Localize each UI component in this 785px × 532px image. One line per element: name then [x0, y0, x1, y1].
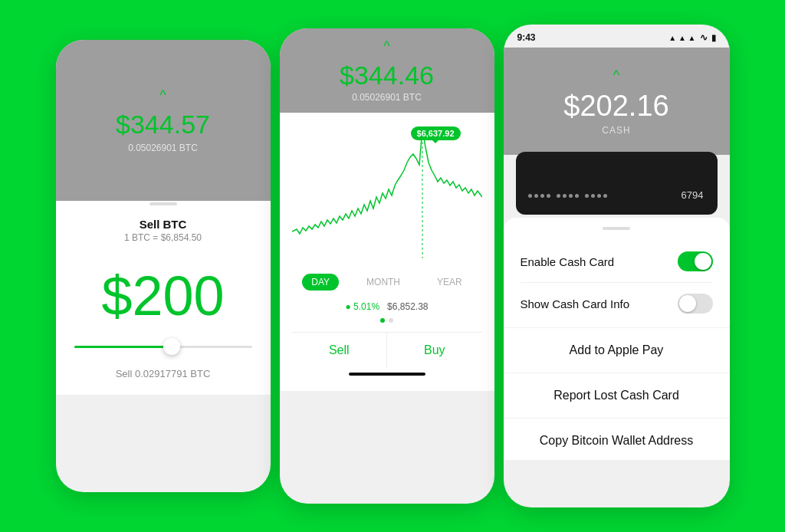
- show-cash-card-toggle[interactable]: [678, 294, 713, 314]
- screen2-phone: ^ $344.46 0.05026901 BTC $6,637.92: [280, 28, 494, 504]
- home-indicator-s2: [349, 373, 425, 376]
- apple-pay-row[interactable]: Add to Apple Pay: [504, 331, 730, 369]
- screen3-header: ^ $202.16 CASH: [504, 48, 730, 155]
- btc-sub-s2: 0.05026901 BTC: [352, 92, 422, 103]
- dollar-amount-s1: $200: [101, 264, 224, 327]
- sheet-drag-handle[interactable]: [603, 227, 630, 230]
- stat-percentage: ● 5.01%: [346, 301, 380, 312]
- screen2-header: ^ $344.46 0.05026901 BTC: [280, 28, 494, 113]
- card-dot: [547, 194, 550, 198]
- tab-month[interactable]: MONTH: [357, 274, 409, 291]
- enable-cash-card-toggle[interactable]: [678, 251, 713, 271]
- dot-1: [380, 318, 385, 323]
- slider-thumb[interactable]: [163, 338, 180, 355]
- copy-bitcoin-row[interactable]: Copy Bitcoin Wallet Address: [504, 422, 730, 460]
- report-lost-row[interactable]: Report Lost Cash Card: [504, 376, 730, 415]
- divider-2: [504, 327, 730, 328]
- card-dot: [534, 194, 538, 198]
- chevron-up-icon-s2: ^: [383, 38, 389, 54]
- action-buttons: Sell Buy: [292, 332, 482, 368]
- card-dot: [557, 194, 560, 198]
- amount-slider[interactable]: [74, 346, 252, 348]
- btc-amount-s1: $344.57: [116, 110, 210, 140]
- battery-icon: ▮: [711, 33, 716, 43]
- wifi-icon: ∿: [700, 32, 708, 43]
- card-dot: [569, 194, 573, 198]
- btc-amount-s2: $344.46: [340, 61, 434, 90]
- card-dot: [597, 194, 601, 198]
- toggle-knob-off: [679, 295, 696, 312]
- sell-btc-title: Sell BTC: [140, 218, 187, 231]
- buy-button[interactable]: Buy: [387, 333, 482, 368]
- page-dots: [292, 318, 482, 323]
- card-dot: [540, 194, 544, 198]
- card-dot: [585, 194, 589, 198]
- divider-3: [504, 373, 730, 373]
- card-dots: [528, 194, 607, 198]
- card-dot: [603, 194, 607, 198]
- btc-sub-s1: 0.05026901 BTC: [128, 143, 198, 153]
- drag-handle-s1[interactable]: [149, 202, 177, 205]
- dot-2: [389, 318, 393, 323]
- cash-sub: CASH: [602, 125, 630, 136]
- card-dot: [575, 194, 579, 198]
- slider-track: [74, 346, 252, 348]
- sell-button[interactable]: Sell: [292, 333, 388, 368]
- chevron-up-icon-s3: ^: [613, 67, 619, 84]
- status-icons: ▲ ▲ ▲ ∿ ▮: [668, 32, 715, 43]
- sell-btc-rate: 1 BTC = $6,854.50: [124, 232, 202, 243]
- btc-chart: $6,637.92: [292, 120, 482, 261]
- divider-4: [504, 418, 730, 419]
- signal-icon: ▲ ▲ ▲: [668, 34, 695, 42]
- chart-stats: ● 5.01% $6,852.38: [292, 301, 482, 312]
- chart-tooltip: $6,637.92: [411, 126, 461, 140]
- bottom-sheet: Enable Cash Card Show Cash Card Info Add…: [504, 218, 730, 460]
- cash-amount: $202.16: [563, 90, 668, 123]
- card-dot: [563, 194, 567, 198]
- stat-value: $6,852.38: [387, 301, 428, 312]
- card-dot-group-3: [585, 194, 607, 198]
- card-dot: [528, 194, 532, 198]
- sell-btc-sub: Sell 0.02917791 BTC: [116, 368, 211, 379]
- toggle-knob: [695, 253, 711, 270]
- card-dot-group-2: [557, 194, 579, 198]
- show-cash-card-row[interactable]: Show Cash Card Info: [504, 283, 730, 324]
- screen3-phone: 9:43 ▲ ▲ ▲ ∿ ▮ ^ $202.16 CASH: [504, 25, 730, 507]
- cash-card: 6794: [516, 152, 718, 215]
- card-dot: [591, 194, 595, 198]
- screen1-phone: ^ $344.57 0.05026901 BTC Sell BTC 1 BTC …: [56, 40, 271, 492]
- copy-bitcoin-label: Copy Bitcoin Wallet Address: [540, 434, 693, 447]
- screen1-header: ^ $344.57 0.05026901 BTC: [56, 40, 271, 201]
- report-lost-label: Report Lost Cash Card: [553, 389, 679, 402]
- screen2-body: $6,637.92 DAY MONTH YE: [280, 113, 494, 391]
- show-cash-card-label: Show Cash Card Info: [521, 297, 630, 310]
- slider-fill: [74, 346, 172, 348]
- card-last4: 6794: [682, 189, 704, 201]
- status-time: 9:43: [517, 32, 536, 43]
- tab-day[interactable]: DAY: [302, 274, 339, 291]
- enable-cash-card-label: Enable Cash Card: [521, 255, 615, 268]
- enable-cash-card-row[interactable]: Enable Cash Card: [504, 241, 730, 282]
- chevron-up-icon-s1: ^: [159, 87, 166, 103]
- time-tabs: DAY MONTH YEAR: [292, 274, 482, 291]
- apple-pay-label: Add to Apple Pay: [570, 343, 664, 356]
- screen1-body: Sell BTC 1 BTC = $6,854.50 $200 Sell 0.0…: [56, 190, 271, 395]
- status-bar: 9:43 ▲ ▲ ▲ ∿ ▮: [504, 25, 730, 48]
- card-dot-group-1: [528, 194, 550, 198]
- chart-svg: [292, 120, 482, 258]
- tab-year[interactable]: YEAR: [428, 274, 471, 291]
